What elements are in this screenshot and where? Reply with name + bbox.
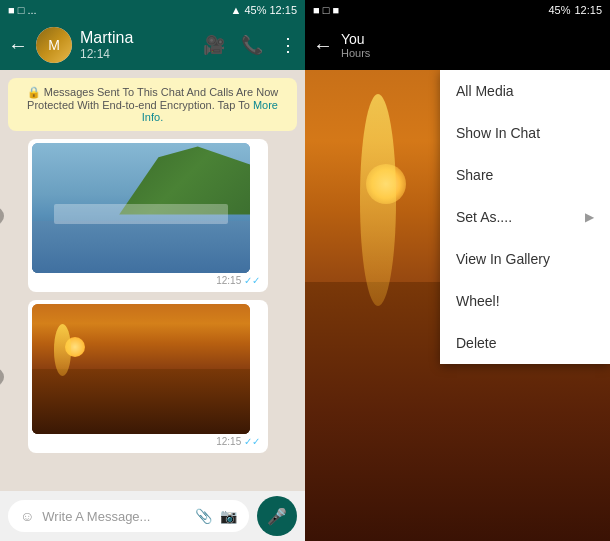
message-container-1: ↩ 12:15 ✓✓ [8,139,297,292]
emoji-button[interactable]: ☺ [20,508,34,524]
status-right-left-icons: ■ □ ■ [313,4,339,16]
forward-button-2[interactable]: ↩ [0,368,4,386]
sunset-reflection-full [360,94,397,306]
battery-text-right: 45% [548,4,570,16]
menu-item-wheel[interactable]: Wheel! [440,280,610,322]
mic-icon: 🎤 [267,507,287,526]
menu-item-view-in-gallery[interactable]: View In Gallery [440,238,610,280]
camera-button[interactable]: 📷 [220,508,237,524]
message-bubble-2[interactable]: 12:15 ✓✓ [28,300,268,453]
avatar-image: M [36,27,72,63]
harbor-boats [54,204,228,224]
viewer-back-button[interactable]: ← [313,34,333,57]
status-bar-left: ■ □ ... ▲ 45% 12:15 [0,0,305,20]
status-left-icons: ■ □ ... [8,4,37,16]
menu-item-share[interactable]: Share [440,154,610,196]
time-right: 12:15 [574,4,602,16]
encryption-text: 🔒 Messages Sent To This Chat And Calls A… [27,86,278,111]
read-checkmarks-1: ✓✓ [244,275,260,286]
sunset-water [32,369,250,434]
contact-name: Martina [80,29,195,47]
header-icons: 🎥 📞 ⋮ [203,34,297,56]
avatar: M [36,27,72,63]
contact-last-seen: 12:14 [80,47,195,61]
signal-icon: ▲ [231,4,242,16]
message-input-box: ☺ Write A Message... 📎 📷 [8,500,249,532]
chat-body: 🔒 Messages Sent To This Chat And Calls A… [0,70,305,491]
sunset-reflection [54,324,71,376]
chat-input-bar: ☺ Write A Message... 📎 📷 🎤 [0,491,305,541]
encryption-notice: 🔒 Messages Sent To This Chat And Calls A… [8,78,297,131]
set-as-chevron-icon: ▶ [585,210,594,224]
sunset-image[interactable] [32,304,250,434]
right-panel: ■ □ ■ 45% 12:15 ← You Hours All Media Sh… [305,0,610,541]
viewer-contact-name: You [341,31,602,47]
more-options-icon[interactable]: ⋮ [279,34,297,56]
back-button[interactable]: ← [8,34,28,57]
battery-text: 45% [244,4,266,16]
status-bar-right: ■ □ ■ 45% 12:15 [305,0,610,20]
message-time-1: 12:15 ✓✓ [32,273,264,288]
input-placeholder-text[interactable]: Write A Message... [42,509,187,524]
menu-item-delete[interactable]: Delete [440,322,610,364]
harbor-scene [32,143,250,273]
status-right-icons: 45% 12:15 [548,4,602,16]
contact-info[interactable]: Martina 12:14 [80,29,195,61]
message-time-2: 12:15 ✓✓ [32,434,264,449]
harbor-water [32,221,250,273]
status-right-icons: ▲ 45% 12:15 [231,4,297,16]
message-bubble-1[interactable]: 12:15 ✓✓ [28,139,268,292]
read-checkmarks-2: ✓✓ [244,436,260,447]
sunset-scene [32,304,250,434]
harbor-image[interactable] [32,143,250,273]
voice-call-icon[interactable]: 📞 [241,34,263,56]
viewer-contact: You Hours [341,31,602,59]
menu-item-set-as[interactable]: Set As.... ▶ [440,196,610,238]
context-menu: All Media Show In Chat Share Set As.... … [440,70,610,364]
attachment-button[interactable]: 📎 [195,508,212,524]
viewer-header: ← You Hours [305,20,610,70]
chat-header: ← M Martina 12:14 🎥 📞 ⋮ [0,20,305,70]
mic-button[interactable]: 🎤 [257,496,297,536]
viewer-contact-time: Hours [341,47,602,59]
message-container-2: ↩ 12:15 ✓✓ [8,300,297,453]
menu-item-show-in-chat[interactable]: Show In Chat [440,112,610,154]
menu-item-all-media[interactable]: All Media [440,70,610,112]
time-left: 12:15 [269,4,297,16]
viewer-body: All Media Show In Chat Share Set As.... … [305,70,610,541]
forward-button-1[interactable]: ↩ [0,207,4,225]
video-call-icon[interactable]: 🎥 [203,34,225,56]
left-panel: ■ □ ... ▲ 45% 12:15 ← M Martina 12:14 🎥 … [0,0,305,541]
